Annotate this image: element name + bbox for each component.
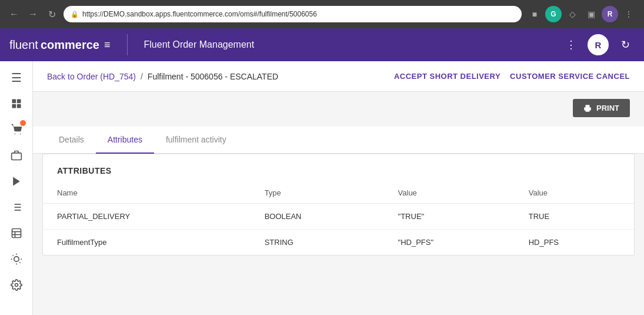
svg-rect-14 — [12, 229, 21, 238]
page-layout: ☰ Back to Order (HD_7 — [0, 61, 644, 315]
svg-rect-3 — [16, 104, 21, 108]
header-avatar[interactable]: R — [588, 34, 609, 55]
breadcrumb-bar: Back to Order (HD_754) / Fulfilment - 50… — [33, 61, 644, 92]
sidebar-item-reports[interactable] — [5, 195, 28, 219]
table-row: PARTIAL_DELIVERY BOOLEAN "TRUE" TRUE — [43, 204, 634, 230]
breadcrumb-current: Fulfilment - 5006056 - ESCALATED — [148, 72, 278, 81]
cell-name-0: PARTIAL_DELIVERY — [43, 204, 251, 230]
col-type: Type — [251, 183, 384, 204]
tab-details[interactable]: Details — [47, 127, 96, 154]
sidebar-item-products[interactable] — [5, 144, 28, 167]
cell-type-0: BOOLEAN — [251, 204, 384, 230]
ext-icon-r[interactable]: R — [602, 6, 618, 22]
forward-button[interactable]: → — [26, 7, 40, 21]
accept-short-delivery-link[interactable]: ACCEPT SHORT DELIVERY — [394, 72, 500, 81]
browser-chrome: ← → ↻ 🔒 https://DEMO.sandbox.apps.fluent… — [0, 0, 644, 28]
cell-value1-0: "TRUE" — [384, 204, 515, 230]
refresh-button[interactable]: ↻ — [45, 7, 59, 21]
browser-extension-icons: ■ G ◇ ▣ R ⋮ — [526, 6, 637, 22]
print-bar: PRINT — [33, 92, 644, 117]
header-divider — [127, 34, 128, 55]
sidebar-item-inventory[interactable] — [5, 221, 28, 245]
table-row: FulfilmentType STRING "HD_PFS" HD_PFS — [43, 230, 634, 256]
ext-icon-1[interactable]: ■ — [526, 6, 543, 22]
header-icons: ⋮ R ↻ — [562, 34, 635, 55]
app-header: fluentcommerce≡ Fluent Order Management … — [0, 28, 644, 61]
tab-fulfilment-activity[interactable]: fulfilment activity — [154, 127, 238, 154]
attributes-title: ATTRIBUTES — [57, 166, 620, 175]
breadcrumb-separator: / — [141, 72, 143, 81]
ext-icon-3[interactable]: ◇ — [564, 6, 580, 22]
header-actions: ACCEPT SHORT DELIVERY CUSTOMER SERVICE C… — [394, 72, 630, 81]
header-refresh-button[interactable]: ↻ — [616, 35, 635, 54]
ext-icon-g[interactable]: G — [545, 6, 562, 22]
browser-menu-button[interactable]: ⋮ — [620, 6, 637, 22]
attributes-card-header: ATTRIBUTES — [43, 154, 634, 183]
breadcrumb: Back to Order (HD_754) / Fulfilment - 50… — [47, 72, 278, 81]
logo-mark: ≡ — [104, 39, 111, 51]
svg-marker-7 — [13, 177, 20, 186]
customer-service-cancel-link[interactable]: CUSTOMER SERVICE CANCEL — [510, 72, 630, 81]
sidebar: ☰ — [0, 61, 33, 315]
back-button[interactable]: ← — [7, 7, 21, 21]
address-bar[interactable]: 🔒 https://DEMO.sandbox.apps.fluentcommer… — [64, 6, 522, 22]
attributes-table: Name Type Value Value PARTIAL_DELIVERY B… — [43, 183, 634, 255]
svg-rect-1 — [16, 100, 21, 104]
content-area: PRINT Details Attributes fulfilment acti… — [33, 92, 644, 315]
tab-attributes[interactable]: Attributes — [96, 127, 154, 154]
svg-point-5 — [19, 134, 21, 135]
cell-name-1: FulfilmentType — [43, 230, 251, 256]
logo-light: fluent — [9, 38, 38, 52]
svg-point-25 — [15, 284, 18, 287]
svg-line-22 — [19, 262, 20, 263]
sidebar-item-dashboard[interactable] — [5, 92, 28, 115]
url-text: https://DEMO.sandbox.apps.fluentcommerce… — [82, 10, 317, 18]
tabs-bar: Details Attributes fulfilment activity — [33, 127, 644, 154]
print-icon — [583, 104, 592, 112]
col-name: Name — [43, 183, 251, 204]
cell-value1-1: "HD_PFS" — [384, 230, 515, 256]
cell-type-1: STRING — [251, 230, 384, 256]
svg-line-21 — [12, 256, 13, 256]
attributes-card: ATTRIBUTES Name Type Value Value PARTIAL… — [42, 154, 635, 256]
svg-rect-2 — [12, 104, 16, 108]
lock-icon: 🔒 — [71, 11, 79, 18]
print-label: PRINT — [596, 104, 619, 112]
app-title: Fluent Order Management — [144, 39, 552, 50]
sidebar-item-settings[interactable] — [5, 273, 28, 297]
sidebar-item-insights[interactable] — [5, 247, 28, 271]
sidebar-item-fulfilment[interactable] — [5, 170, 28, 193]
logo-bold: commerce — [41, 38, 99, 52]
back-to-order-link[interactable]: Back to Order (HD_754) — [47, 72, 136, 81]
print-button[interactable]: PRINT — [573, 99, 630, 117]
col-value1: Value — [384, 183, 515, 204]
table-header-row: Name Type Value Value — [43, 183, 634, 204]
cell-value2-1: HD_PFS — [515, 230, 634, 256]
cell-value2-0: TRUE — [515, 204, 634, 230]
col-value2: Value — [515, 183, 634, 204]
sidebar-item-menu[interactable]: ☰ — [5, 66, 28, 89]
header-menu-button[interactable]: ⋮ — [562, 35, 580, 54]
sidebar-item-orders[interactable] — [5, 118, 28, 141]
ext-icon-4[interactable]: ▣ — [583, 6, 599, 22]
app-logo: fluentcommerce≡ — [9, 38, 111, 52]
svg-rect-0 — [12, 100, 16, 104]
orders-badge — [20, 120, 26, 126]
svg-rect-6 — [11, 153, 21, 160]
svg-point-4 — [14, 134, 15, 135]
svg-point-18 — [14, 257, 18, 261]
main-content: Back to Order (HD_754) / Fulfilment - 50… — [33, 61, 644, 315]
